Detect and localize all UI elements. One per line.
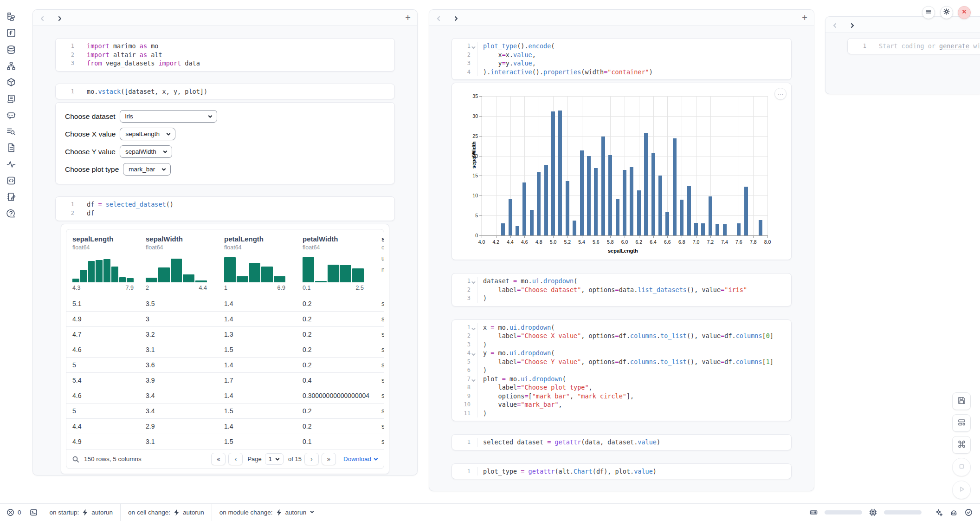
page-select[interactable]: 1 bbox=[265, 453, 284, 465]
fold-chevron-icon[interactable] bbox=[471, 279, 476, 283]
table-cell[interactable]: 1.4 bbox=[218, 418, 297, 434]
bar-chart[interactable]: 4.04.24.44.64.85.05.25.45.65.86.06.26.46… bbox=[458, 89, 786, 254]
column-header-petalLength[interactable]: petalLengthfloat6416.9 bbox=[218, 229, 297, 296]
table-cell[interactable]: 0.2 bbox=[297, 311, 375, 326]
chart-bar[interactable] bbox=[530, 210, 534, 235]
fold-chevron-icon[interactable] bbox=[471, 377, 476, 381]
generate-link[interactable]: generate bbox=[939, 42, 969, 50]
chart-bar[interactable] bbox=[573, 221, 576, 235]
sidebar-item-tracing[interactable] bbox=[6, 159, 16, 169]
assistant-button[interactable] bbox=[950, 508, 958, 516]
table-cell[interactable]: setosa bbox=[375, 342, 384, 357]
column-header-sepalWidth[interactable]: sepalWidthfloat6424.4 bbox=[140, 229, 218, 296]
code-text[interactable]: dataset = mo.ui.dropdown( bbox=[483, 277, 577, 286]
table-cell[interactable]: 0.2 bbox=[297, 357, 375, 372]
table-cell[interactable]: 1.5 bbox=[218, 342, 297, 357]
sidebar-item-functions[interactable] bbox=[6, 28, 16, 38]
previous-page-button[interactable]: ‹ bbox=[228, 453, 243, 465]
sidebar-item-packages[interactable] bbox=[6, 77, 16, 87]
table-cell[interactable]: 3.6 bbox=[140, 357, 218, 372]
table-cell[interactable]: 3 bbox=[140, 311, 218, 326]
table-cell[interactable]: 0.30000000000000004 bbox=[297, 388, 375, 403]
scratchpad-back-button[interactable] bbox=[832, 22, 838, 27]
chart-bar[interactable] bbox=[537, 172, 541, 235]
code-text[interactable]: label="Choose dataset", options=data.lis… bbox=[483, 286, 747, 294]
runtime-config-on-startup[interactable]: on startup:autorun bbox=[42, 504, 121, 521]
runtime-config-on-cell-change[interactable]: on cell change:autorun bbox=[121, 504, 212, 521]
table-cell[interactable]: 4.6 bbox=[66, 342, 140, 357]
table-cell[interactable]: setosa bbox=[375, 434, 384, 449]
table-scroll-area[interactable]: sepalLengthfloat644.37.9sepalWidthfloat6… bbox=[66, 229, 384, 449]
chart-bar[interactable] bbox=[580, 150, 584, 235]
table-cell[interactable]: 0.2 bbox=[297, 342, 375, 357]
fold-chevron-icon[interactable] bbox=[471, 325, 476, 329]
table-cell[interactable]: setosa bbox=[375, 418, 384, 434]
chart-bar[interactable] bbox=[694, 223, 698, 235]
download-button[interactable]: Download bbox=[343, 456, 378, 462]
table-cell[interactable]: 3.1 bbox=[140, 342, 218, 357]
chart-bar[interactable] bbox=[687, 186, 691, 235]
table-cell[interactable]: 2.9 bbox=[140, 418, 218, 434]
table-cell[interactable]: 3.4 bbox=[140, 403, 218, 418]
dropdown-choose-plot-type[interactable]: mark_bar bbox=[123, 163, 171, 176]
table-cell[interactable]: setosa bbox=[375, 296, 384, 311]
dropdown-choose-x-value[interactable]: sepalLength bbox=[120, 128, 175, 140]
code-text[interactable]: label="Choose Y value", options=df.colum… bbox=[483, 358, 774, 366]
chart-bar[interactable] bbox=[566, 181, 569, 235]
column-header-petalWidth[interactable]: petalWidthfloat640.12.5 bbox=[297, 229, 375, 296]
table-cell[interactable]: 0.4 bbox=[297, 372, 375, 388]
table-cell[interactable]: 1.4 bbox=[218, 296, 297, 311]
table-cell[interactable]: 1.4 bbox=[218, 311, 297, 326]
stop-button[interactable] bbox=[952, 458, 971, 476]
table-cell[interactable]: 1.4 bbox=[218, 388, 297, 403]
column-header-sepalLength[interactable]: sepalLengthfloat644.37.9 bbox=[66, 229, 140, 296]
scratchpad-cell[interactable]: 1 Start coding or generate with AI bbox=[847, 38, 980, 54]
chart-bar[interactable] bbox=[630, 167, 633, 235]
table-cell[interactable]: 0.2 bbox=[297, 403, 375, 418]
search-icon[interactable] bbox=[72, 456, 79, 463]
left-notebook-forward-button[interactable] bbox=[57, 15, 63, 20]
chart-bar[interactable] bbox=[608, 155, 612, 235]
chart-bar[interactable] bbox=[658, 176, 662, 235]
code-cell[interactable]: 1import marimo as mo2import altair as al… bbox=[55, 38, 395, 72]
chart-bar[interactable] bbox=[501, 223, 505, 235]
first-page-button[interactable]: « bbox=[211, 453, 226, 465]
code-text[interactable]: label="Choose X value", options=df.colum… bbox=[483, 332, 774, 340]
next-page-button[interactable]: › bbox=[304, 453, 319, 465]
add-cell-button[interactable]: + bbox=[802, 13, 807, 22]
code-text[interactable]: import marimo as mo bbox=[87, 42, 158, 51]
table-cell[interactable]: 3.1 bbox=[140, 434, 218, 449]
code-text[interactable]: y=y.value, bbox=[483, 59, 536, 68]
code-cell[interactable]: 1mo.vstack([dataset, x, y, plot]) bbox=[55, 84, 395, 100]
table-cell[interactable]: setosa bbox=[375, 372, 384, 388]
last-page-button[interactable]: » bbox=[322, 453, 336, 465]
table-cell[interactable]: 3.4 bbox=[140, 388, 218, 403]
chart-bar[interactable] bbox=[544, 165, 548, 235]
close-button[interactable] bbox=[958, 6, 971, 19]
chart-bar[interactable] bbox=[587, 156, 591, 235]
code-cell[interactable]: 1plot_type = getattr(alt.Chart(df), plot… bbox=[451, 463, 792, 480]
fold-chevron-icon[interactable] bbox=[471, 351, 476, 355]
sidebar-item-find[interactable] bbox=[6, 126, 16, 137]
table-cell[interactable]: setosa bbox=[375, 326, 384, 342]
table-cell[interactable]: setosa bbox=[375, 311, 384, 326]
table-cell[interactable]: 4.4 bbox=[66, 418, 140, 434]
code-text[interactable]: df bbox=[87, 209, 94, 218]
layout-button[interactable] bbox=[952, 414, 971, 432]
code-text[interactable]: label="Choose plot type", bbox=[483, 383, 593, 392]
chart-bar[interactable] bbox=[594, 168, 598, 235]
menu-button[interactable] bbox=[922, 6, 935, 19]
code-text[interactable]: selected_dataset = getattr(data, dataset… bbox=[483, 438, 660, 447]
chart-bar[interactable] bbox=[516, 226, 519, 235]
code-cell[interactable]: 1x = mo.ui.dropdown(2 label="Choose X va… bbox=[451, 319, 792, 422]
code-cell[interactable]: 1dataset = mo.ui.dropdown(2 label="Choos… bbox=[451, 273, 792, 306]
sidebar-item-help[interactable] bbox=[6, 208, 16, 219]
code-text[interactable]: value="mark_bar", bbox=[483, 400, 562, 409]
table-cell[interactable]: 1.4 bbox=[218, 357, 297, 372]
right-notebook-forward-button[interactable] bbox=[453, 15, 459, 20]
scratchpad-forward-button[interactable] bbox=[850, 22, 855, 27]
chart-bar[interactable] bbox=[509, 199, 512, 235]
table-cell[interactable]: 3.2 bbox=[140, 326, 218, 342]
sidebar-item-file-tree[interactable] bbox=[6, 12, 16, 22]
table-cell[interactable]: 0.2 bbox=[297, 326, 375, 342]
